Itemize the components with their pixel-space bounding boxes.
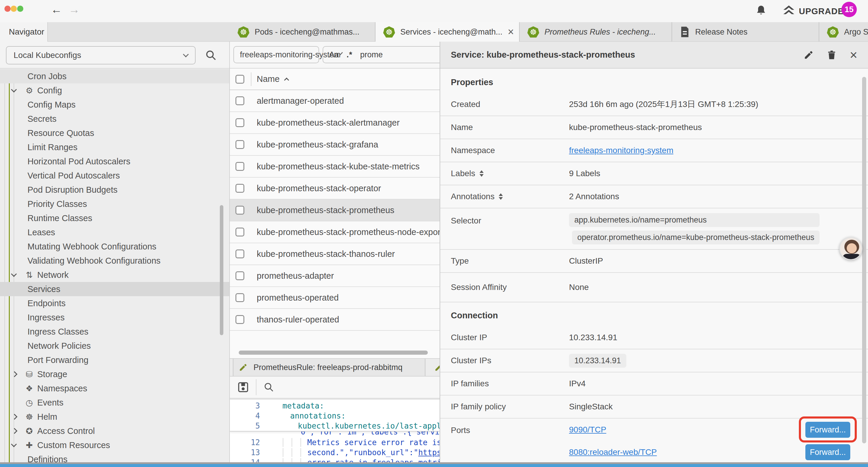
kubeconfig-selector[interactable]: Local Kubeconfigs (6, 46, 195, 64)
editor-tab[interactable]: ☸ Release Notes (672, 22, 819, 42)
select-all-checkbox[interactable] (236, 75, 244, 84)
sidebar-tree-item[interactable]: Priority Classes (0, 197, 229, 211)
regex-toggle[interactable]: .* (346, 50, 352, 59)
upgrade-chevrons-icon[interactable] (782, 4, 795, 17)
expander-icon[interactable] (12, 372, 24, 376)
notifications-bell-icon[interactable] (755, 4, 767, 17)
expander-icon[interactable] (12, 386, 24, 390)
sidebar-tree-item[interactable]: Network Policies (0, 339, 229, 353)
name-column-header[interactable]: Name (257, 74, 279, 84)
detail-scrollbar-thumb[interactable] (862, 77, 866, 443)
sidebar-tree-item[interactable]: Mutating Webhook Configurations (0, 239, 229, 254)
second-editor-tab[interactable] (431, 359, 440, 376)
close-icon[interactable]: × (508, 27, 514, 37)
table-row[interactable]: kube-prometheus-stack-grafana (230, 134, 440, 156)
expander-icon[interactable] (12, 274, 24, 276)
sidebar-tree-item[interactable]: ☸ Helm (0, 410, 229, 424)
forward-arrow-icon[interactable]: → (68, 3, 80, 17)
namespace-link[interactable]: freeleaps-monitoring-system (569, 146, 673, 155)
sidebar-tree-item[interactable]: ❖ Namespaces (0, 381, 229, 396)
match-case-toggle[interactable]: Aa (329, 50, 339, 59)
sidebar-tree-item[interactable]: ✚ Custom Resources (0, 438, 229, 452)
search-icon[interactable] (205, 49, 217, 61)
port-forward-button[interactable]: Forward... (805, 444, 850, 460)
back-arrow-icon[interactable]: ← (51, 3, 62, 17)
row-checkbox[interactable] (236, 96, 244, 105)
row-checkbox[interactable] (236, 162, 244, 171)
labels-value[interactable]: 9 Labels (569, 169, 600, 178)
close-window-button[interactable] (4, 6, 11, 12)
sidebar-tree-item[interactable]: Vertical Pod Autoscalers (0, 169, 229, 183)
sidebar-tree-item[interactable]: Pod Disruption Budgets (0, 183, 229, 197)
expand-collapse-icon[interactable] (499, 193, 503, 200)
sidebar-tree-item[interactable]: ◷ Events (0, 396, 229, 410)
row-checkbox[interactable] (236, 271, 244, 280)
row-checkbox[interactable] (236, 140, 244, 149)
sidebar-tree-item[interactable]: ✪ Access Control (0, 424, 229, 438)
row-checkbox[interactable] (236, 293, 244, 302)
maximize-window-button[interactable] (17, 6, 23, 12)
expander-icon[interactable] (12, 89, 24, 92)
table-row[interactable]: kube-prometheus-stack-operator (230, 178, 440, 200)
sidebar-tree-item[interactable]: Leases (0, 225, 229, 239)
sidebar-tree-item[interactable]: Validating Webhook Configurations (0, 254, 229, 268)
navigator-panel-tab[interactable]: Navigator (0, 22, 48, 42)
sidebar-tree-item[interactable]: Runtime Classes (0, 211, 229, 225)
expander-icon[interactable] (12, 401, 24, 405)
expander-icon[interactable] (12, 444, 24, 446)
row-checkbox[interactable] (236, 118, 244, 127)
sidebar-tree-item[interactable]: Endpoints (0, 296, 229, 310)
row-checkbox[interactable] (236, 206, 244, 214)
table-row[interactable]: alertmanager-operated (230, 90, 440, 112)
sidebar-tree-item[interactable]: Services (0, 282, 229, 296)
port-link[interactable]: 8080:reloader-web/TCP (569, 447, 657, 457)
table-row[interactable]: kube-prometheus-stack-thanos-ruler (230, 243, 440, 265)
expander-icon[interactable] (12, 415, 24, 419)
table-row[interactable]: kube-prometheus-stack-kube-state-metrics (230, 156, 440, 178)
table-row[interactable]: prometheus-operated (230, 287, 440, 309)
sidebar-tree-item[interactable]: Secrets (0, 112, 229, 126)
sidebar-tree-item[interactable]: Ingresses (0, 310, 229, 324)
table-row[interactable]: prometheus-adapter (230, 265, 440, 287)
row-checkbox[interactable] (236, 250, 244, 258)
editor-tab[interactable]: ☸ Argo Se (819, 22, 868, 42)
sidebar-tree-item[interactable]: Config Maps (0, 97, 229, 112)
search-icon[interactable] (264, 382, 274, 392)
save-icon[interactable] (238, 382, 249, 393)
editor-tab[interactable]: ☸ Services - icecheng@math... × (375, 22, 520, 42)
expander-icon[interactable] (12, 429, 24, 433)
row-checkbox[interactable] (236, 184, 244, 193)
sidebar-scrollbar-thumb[interactable] (220, 205, 223, 335)
namespace-selector[interactable]: freeleaps-monitoring-system (234, 46, 319, 63)
edit-pencil-icon[interactable] (804, 50, 814, 60)
horizontal-scrollbar-thumb[interactable] (239, 351, 428, 355)
table-row[interactable]: kube-prometheus-stack-prometheus-node-ex… (230, 222, 440, 243)
user-avatar[interactable] (839, 237, 862, 260)
expand-collapse-icon[interactable] (479, 170, 484, 177)
table-row[interactable]: kube-prometheus-stack-alertmanager (230, 112, 440, 134)
sidebar-tree-item[interactable]: Cron Jobs (0, 69, 229, 83)
sidebar-tree-item[interactable]: ⚙ Config (0, 83, 229, 97)
sidebar-tree-item[interactable]: Port Forwarding (0, 353, 229, 367)
sidebar-tree-item[interactable]: Limit Ranges (0, 140, 229, 154)
row-checkbox[interactable] (236, 228, 244, 236)
sidebar-tree-item[interactable]: ⛁ Storage (0, 367, 229, 381)
prometheusrule-editor-tab[interactable]: PrometheusRule: freeleaps-prod-rabbitmq (233, 359, 426, 376)
upgrade-button[interactable]: UPGRADE (799, 6, 844, 16)
filter-value[interactable]: prome (360, 50, 383, 59)
filter-input[interactable]: Aa .* prome (322, 46, 440, 63)
sidebar-tree-item[interactable]: Resource Quotas (0, 126, 229, 140)
sidebar-tree-item[interactable]: Ingress Classes (0, 324, 229, 339)
sidebar-tree-item[interactable]: ⇅ Network (0, 268, 229, 282)
notification-count-badge[interactable]: 15 (841, 2, 857, 17)
annotations-value[interactable]: 2 Annotations (569, 192, 619, 201)
sidebar-tree-item[interactable]: Horizontal Pod Autoscalers (0, 154, 229, 169)
table-row[interactable]: kube-prometheus-stack-prometheus (230, 200, 440, 222)
minimize-window-button[interactable] (11, 6, 17, 12)
port-link[interactable]: 9090/TCP (569, 425, 606, 435)
yaml-editor[interactable]: 3 metadata: 4 annotations: 5 kubectl.kub… (230, 398, 440, 467)
trash-icon[interactable] (827, 50, 837, 60)
row-checkbox[interactable] (236, 315, 244, 324)
close-icon[interactable]: × (850, 49, 857, 61)
editor-tab[interactable]: ☸ Pods - icecheng@mathmas... (230, 22, 375, 42)
